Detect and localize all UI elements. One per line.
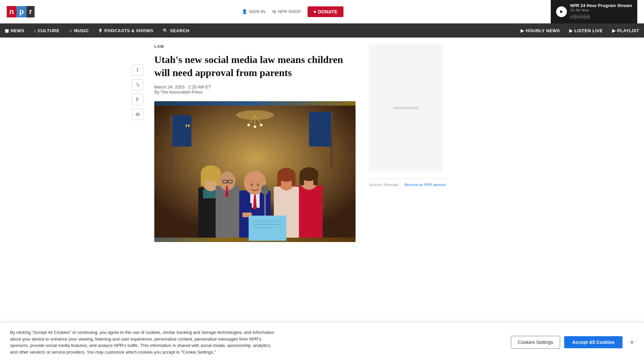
news-icon: ▦: [5, 28, 9, 33]
main-nav: ▦ NEWS ♪ CULTURE ♫ MUSIC 🎙 PODCASTS & SH…: [0, 23, 644, 38]
nav-search[interactable]: 🔍 SEARCH: [158, 23, 194, 38]
right-sidebar: Advertisement Sponsor Message Become an …: [362, 44, 446, 242]
music-icon: ♫: [69, 28, 72, 33]
player-widget: NPR 24 Hour Program Stream On Air Now: [551, 0, 637, 23]
user-icon: 👤: [242, 9, 247, 14]
nav-right: ▶ HOURLY NEWS ▶ LISTEN LIVE ▶ PLAYLIST: [516, 23, 644, 38]
logo[interactable]: npr: [7, 6, 35, 17]
header-right: 👤 SIGN IN 🛍 NPR SHOP DONATE: [242, 6, 343, 17]
svg-rect-48: [249, 216, 286, 241]
player-info: NPR 24 Hour Program Stream On Air Now: [570, 3, 632, 20]
svg-rect-42: [313, 174, 318, 185]
nav-culture[interactable]: ♪ CULTURE: [29, 23, 64, 38]
donate-button[interactable]: DONATE: [308, 6, 343, 17]
svg-rect-47: [292, 175, 296, 186]
social-sidebar: f 𝕏 F ✉: [127, 44, 148, 242]
nav-playlist[interactable]: ▶ PLAYLIST: [607, 23, 644, 38]
article-date: March 24, 2023: [154, 84, 184, 89]
svg-point-13: [260, 124, 263, 127]
main-container: f 𝕏 F ✉ LAW Utah's new social media law …: [121, 38, 523, 249]
svg-rect-3: [186, 124, 187, 127]
nav-hourly-news[interactable]: ▶ HOURLY NEWS: [516, 23, 565, 38]
become-sponsor-link[interactable]: Become an NPR sponsor: [405, 183, 446, 187]
svg-rect-46: [277, 175, 281, 186]
article-time: 2:20 AM ET: [188, 84, 211, 89]
sponsor-message: Sponsor Message: [369, 183, 399, 187]
svg-rect-1: [170, 115, 173, 165]
article-meta: March 24, 2023 · 2:20 AM ET By The Assoc…: [154, 84, 356, 95]
player-waveform: [570, 13, 632, 20]
svg-point-12: [254, 125, 256, 128]
svg-rect-30: [201, 173, 206, 186]
facebook-share-button[interactable]: f: [132, 64, 143, 76]
culture-icon: ♪: [34, 28, 36, 33]
article-photo: [154, 101, 356, 242]
nav-left: ▦ NEWS ♪ CULTURE ♫ MUSIC 🎙 PODCASTS & SH…: [0, 23, 516, 38]
svg-rect-2: [172, 115, 191, 146]
podcast-icon: 🎙: [98, 28, 103, 33]
play-button[interactable]: [556, 6, 567, 17]
svg-point-20: [251, 183, 253, 186]
flipboard-share-button[interactable]: F: [132, 94, 143, 105]
twitter-share-button[interactable]: 𝕏: [132, 79, 143, 90]
article-title: Utah's new social media law means childr…: [154, 53, 356, 79]
svg-point-11: [248, 124, 250, 127]
sponsor-section: Sponsor Message Become an NPR sponsor: [369, 178, 446, 187]
sign-in-link[interactable]: 👤 SIGN IN: [242, 9, 265, 14]
logo-n: n: [7, 6, 16, 17]
article-image: [154, 101, 356, 242]
header: npr 👤 SIGN IN 🛍 NPR SHOP DONATE NPR 24 H…: [0, 0, 644, 23]
logo-r: r: [26, 6, 35, 17]
player-title: NPR 24 Hour Program Stream: [570, 3, 632, 8]
svg-point-25: [261, 185, 269, 195]
logo-p: p: [16, 6, 26, 17]
nav-podcasts[interactable]: 🎙 PODCASTS & SHOWS: [94, 23, 158, 38]
shop-icon: 🛍: [272, 9, 276, 14]
nav-news[interactable]: ▦ NEWS: [0, 23, 29, 38]
nav-music[interactable]: ♫ MUSIC: [64, 23, 94, 38]
svg-rect-41: [300, 174, 304, 185]
nav-listen-live[interactable]: ▶ LISTEN LIVE: [565, 23, 607, 38]
article-category[interactable]: LAW: [154, 44, 356, 49]
facebook-icon: f: [137, 67, 138, 73]
ad-placeholder: Advertisement: [369, 44, 443, 172]
twitter-icon: 𝕏: [136, 82, 140, 88]
flipboard-icon: F: [136, 97, 139, 103]
article: LAW Utah's new social media law means ch…: [148, 44, 362, 242]
article-byline: By The Associated Press: [154, 89, 203, 95]
email-share-button[interactable]: ✉: [132, 109, 143, 120]
email-icon: ✉: [136, 111, 140, 118]
player-subtitle: On Air Now: [570, 8, 632, 12]
shop-link[interactable]: 🛍 NPR SHOP: [272, 9, 301, 14]
svg-point-21: [257, 183, 260, 186]
search-icon: 🔍: [163, 28, 168, 33]
svg-rect-4: [188, 124, 190, 127]
svg-rect-6: [309, 112, 331, 146]
svg-rect-38: [296, 186, 323, 238]
